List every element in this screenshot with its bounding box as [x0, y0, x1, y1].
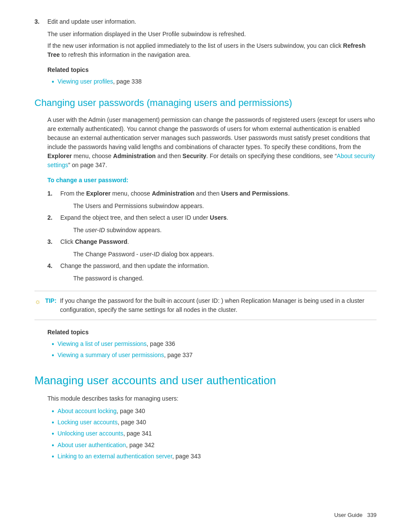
bullet-s2-1: • [52, 407, 54, 416]
bullet-s2-4: • [52, 441, 54, 450]
tip-label: TIP: [45, 296, 56, 305]
bullet-s2-2: • [52, 418, 54, 427]
change-password-bold: Change Password [75, 238, 127, 245]
step2-sub: The user-ID subwindow appears. [73, 226, 377, 235]
step3-number: 3. [34, 17, 47, 26]
page-footer: User Guide 339 [334, 511, 377, 520]
step3-content-s1: Click Change Password. [60, 237, 377, 246]
security-bold: Security [183, 152, 206, 159]
intro-step3: 3. Edit and update user information. [34, 17, 377, 26]
step3-sub2: If the new user information is not appli… [47, 41, 377, 59]
step1-sub: The Users and Permissions subwindow appe… [73, 202, 377, 211]
section2-suffix-1: , page 340 [117, 408, 145, 414]
tip-box: ☼ TIP: If you change the password for th… [34, 291, 377, 320]
step3-sub1: The user information displayed in the Us… [47, 30, 377, 39]
intro-related-topics: Related topics • Viewing user profiles, … [47, 65, 377, 87]
administration-bold: Administration [113, 152, 156, 159]
bullet-s2-5: • [52, 452, 54, 461]
step3-sub-s1: The Change Password - user-ID dialog box… [73, 250, 377, 259]
intro-related-link-1[interactable]: Viewing user profiles [58, 78, 113, 85]
step4-content: Change the password, and then update the… [60, 261, 377, 271]
section2-link-5[interactable]: Linking to an external authentication se… [58, 453, 172, 460]
explorer-bold-s1: Explorer [86, 190, 111, 197]
section1-related-link-1[interactable]: Viewing a list of user permissions [58, 340, 147, 347]
section1-heading: Changing user passwords (managing users … [34, 97, 377, 109]
section1-related-item-2: • Viewing a summary of user permissions,… [52, 351, 377, 360]
section2-heading: Managing user accounts and user authenti… [34, 373, 377, 388]
step1-content: From the Explorer menu, choose Administr… [60, 189, 377, 198]
step3-num-s1: 3. [47, 237, 60, 246]
section1-steps: 1. From the Explorer menu, choose Admini… [47, 189, 377, 283]
bullet-dot-1: • [52, 339, 54, 349]
users-bold-s2: Users [210, 214, 227, 221]
intro-related-suffix-1: , page 338 [113, 78, 142, 85]
section2-item-1: • About account locking, page 340 [52, 407, 377, 416]
section2-item-3: • Unlocking user accounts, page 341 [52, 429, 377, 439]
section2-item-2: • Locking user accounts, page 340 [52, 418, 377, 427]
section1-step1: 1. From the Explorer menu, choose Admini… [47, 189, 377, 198]
user-id-italic-2: user-ID [140, 251, 160, 258]
section1-related-suffix-2: , page 337 [164, 352, 193, 358]
step3-content: Edit and update user information. [47, 17, 377, 26]
bullet-dot: • [52, 77, 54, 87]
section2-intro: This module describes tasks for managing… [47, 394, 377, 462]
footer-page-number: 339 [367, 512, 377, 518]
section2-intro-text: This module describes tasks for managing… [47, 394, 377, 403]
section2-link-3[interactable]: Unlocking user accounts [58, 430, 124, 437]
section2-link-1[interactable]: About account locking [58, 408, 117, 414]
step4-num: 4. [47, 261, 60, 271]
section1-related-title: Related topics [47, 328, 377, 337]
section1-related-item-1: • Viewing a list of user permissions, pa… [52, 339, 377, 349]
bullet-dot-2: • [52, 351, 54, 360]
step4-sub: The password is changed. [73, 274, 377, 283]
section1-paragraph: A user with the Admin (user management) … [47, 115, 377, 170]
section2-item-5: • Linking to an external authentication … [52, 452, 377, 461]
section2-link-4[interactable]: About user authentication [58, 442, 126, 448]
tip-icon: ☼ [34, 296, 41, 307]
bullet-s2-3: • [52, 429, 54, 439]
section1-related-link-2[interactable]: Viewing a summary of user permissions [58, 352, 164, 358]
section1-step2: 2. Expand the object tree, and then sele… [47, 213, 377, 222]
intro-related-title: Related topics [47, 65, 377, 75]
user-id-italic-1: user-ID [85, 227, 105, 233]
step2-content: Expand the object tree, and then select … [60, 213, 377, 222]
step1-num: 1. [47, 189, 60, 198]
section2-suffix-3: , page 341 [123, 430, 152, 437]
section2-suffix-5: , page 343 [172, 453, 201, 460]
step2-num: 2. [47, 213, 60, 222]
section1-body: A user with the Admin (user management) … [47, 115, 377, 170]
section2-suffix-4: , page 342 [126, 442, 154, 448]
section2-suffix-2: , page 340 [118, 419, 146, 426]
section1-related-topics: Related topics • Viewing a list of user … [47, 328, 377, 361]
section2-item-4: • About user authentication, page 342 [52, 441, 377, 450]
step3-text: Edit and update user information. [47, 18, 136, 25]
users-permissions-bold: Users and Permissions [221, 190, 288, 197]
section1-step4: 4. Change the password, and then update … [47, 261, 377, 271]
footer-label: User Guide [334, 512, 363, 518]
tip-content: If you change the password for the built… [60, 296, 377, 314]
administration-bold-s1: Administration [152, 190, 194, 197]
section2-link-2[interactable]: Locking user accounts [58, 419, 118, 426]
section1-related-suffix-1: , page 336 [146, 340, 175, 347]
explorer-bold: Explorer [47, 152, 72, 159]
intro-related-item-1: • Viewing user profiles, page 338 [52, 77, 377, 87]
section1-step3: 3. Click Change Password. [47, 237, 377, 246]
change-password-subheading: To change a user password: [47, 176, 377, 185]
